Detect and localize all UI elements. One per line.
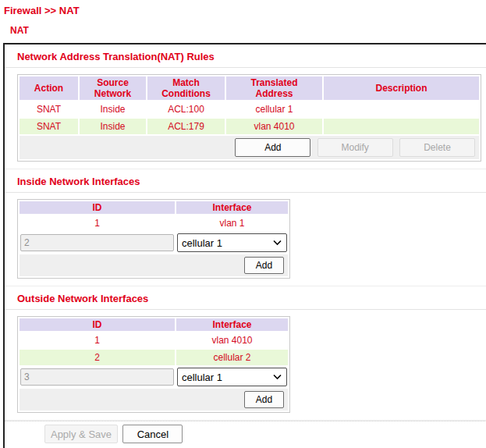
cell-interface: vlan 4010 xyxy=(176,332,288,348)
title-divider xyxy=(5,192,486,193)
table-row: 1 vlan 4010 xyxy=(20,332,288,348)
cell-id: 1 xyxy=(20,332,175,348)
breadcrumb: Firewall >> NAT xyxy=(0,0,486,16)
cell-id: 2 xyxy=(20,350,175,365)
section-outside-interfaces: Outside Network Interfaces ID Interface … xyxy=(5,286,486,421)
add-outside-interface-button[interactable]: Add xyxy=(244,391,284,408)
cell-translated-address: vlan 4010 xyxy=(226,119,322,134)
outside-button-row: Add xyxy=(20,389,288,411)
nat-rules-button-row: Add Modify Delete xyxy=(20,136,479,159)
cell-source-network: Inside xyxy=(80,101,146,117)
nat-rules-header-row: Action SourceNetwork MatchConditions Tra… xyxy=(20,76,479,100)
cell-source-network: Inside xyxy=(80,119,146,134)
outside-interface-select[interactable]: cellular 1 xyxy=(177,368,287,386)
modify-rule-button: Modify xyxy=(317,138,393,157)
table-row: 2 cellular 2 xyxy=(20,350,288,365)
tab-nat[interactable]: NAT xyxy=(10,25,486,36)
cell-action: SNAT xyxy=(20,101,78,117)
cell-id: 1 xyxy=(20,215,175,231)
nat-rules-table: Action SourceNetwork MatchConditions Tra… xyxy=(17,74,481,162)
cell-interface: cellular 2 xyxy=(176,350,288,365)
cell-match-conditions: ACL:179 xyxy=(147,119,225,134)
column-header-description: Description xyxy=(324,76,479,100)
section-title-inside-interfaces: Inside Network Interfaces xyxy=(17,176,486,187)
cancel-button[interactable]: Cancel xyxy=(122,425,183,443)
table-row: 1 vlan 1 xyxy=(20,215,288,231)
section-nat-rules: Network Address Translation(NAT) Rules A… xyxy=(5,44,486,169)
add-rule-button[interactable]: Add xyxy=(235,138,310,157)
cell-translated-address: cellular 1 xyxy=(226,101,322,117)
inside-interface-select[interactable]: cellular 1 xyxy=(177,233,287,252)
footer-actions: Apply & Save Cancel xyxy=(5,421,486,448)
section-title-nat-rules: Network Address Translation(NAT) Rules xyxy=(17,51,486,62)
title-divider xyxy=(5,309,486,310)
cell-match-conditions: ACL:100 xyxy=(147,101,225,117)
delete-rule-button: Delete xyxy=(399,138,475,157)
nat-settings-panel: Network Address Translation(NAT) Rules A… xyxy=(3,43,486,448)
column-header-id: ID xyxy=(20,201,175,214)
column-header-match-conditions: MatchConditions xyxy=(147,76,225,100)
outside-new-entry-row: cellular 1 xyxy=(20,367,288,387)
column-header-interface: Interface xyxy=(176,318,288,331)
column-header-interface: Interface xyxy=(176,201,288,214)
outside-id-input xyxy=(20,368,174,386)
inside-new-entry-row: cellular 1 xyxy=(20,233,288,253)
inside-button-row: Add xyxy=(20,254,288,276)
column-header-id: ID xyxy=(20,318,175,331)
inside-interfaces-table: ID Interface 1 vlan 1 cellular 1 xyxy=(17,199,290,279)
apply-save-button: Apply & Save xyxy=(44,425,118,443)
inside-id-input xyxy=(20,234,174,251)
cell-action: SNAT xyxy=(20,119,78,134)
cell-description xyxy=(324,119,479,134)
column-header-source-network: SourceNetwork xyxy=(80,76,146,100)
section-title-outside-interfaces: Outside Network Interfaces xyxy=(17,293,486,304)
section-inside-interfaces: Inside Network Interfaces ID Interface 1… xyxy=(5,169,486,286)
table-row[interactable]: SNAT Inside ACL:179 vlan 4010 xyxy=(20,119,479,134)
cell-interface: vlan 1 xyxy=(176,215,288,231)
cell-description xyxy=(324,101,479,117)
title-divider xyxy=(5,67,486,68)
inside-header-row: ID Interface xyxy=(20,201,288,214)
add-inside-interface-button[interactable]: Add xyxy=(244,257,284,274)
outside-header-row: ID Interface xyxy=(20,318,288,331)
table-row[interactable]: SNAT Inside ACL:100 cellular 1 xyxy=(20,101,479,117)
column-header-action: Action xyxy=(20,76,78,100)
outside-interfaces-table: ID Interface 1 vlan 4010 2 cellular 2 ce… xyxy=(17,316,290,413)
column-header-translated-address: TranslatedAddress xyxy=(226,76,322,100)
